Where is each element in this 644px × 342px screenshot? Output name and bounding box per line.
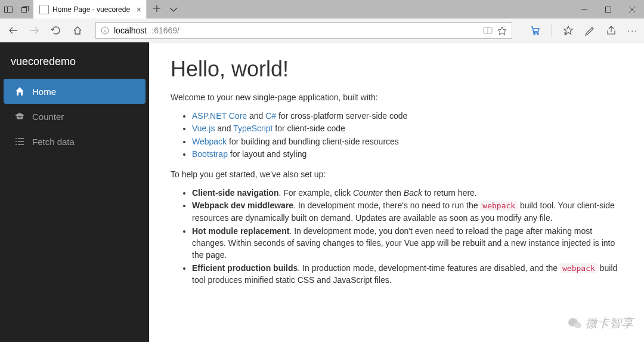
refresh-button[interactable] (49, 23, 63, 38)
svg-rect-1 (5, 7, 8, 12)
sidebar-item-fetchdata[interactable]: Fetch data (4, 129, 145, 154)
close-tab-icon[interactable]: × (137, 5, 141, 14)
list-icon (14, 136, 25, 147)
svg-point-9 (574, 322, 581, 328)
forward-button[interactable] (27, 23, 42, 38)
favorites-list-icon[interactable] (563, 25, 574, 36)
back-button[interactable] (6, 23, 20, 38)
browser-tab[interactable]: Home Page - vuecorede × (33, 0, 147, 19)
url-input[interactable]: localhost:61669/ (95, 22, 512, 39)
code-webpack: webpack (480, 201, 518, 211)
page-heading: Hello, world! (171, 57, 623, 82)
new-tab-button[interactable] (153, 4, 161, 14)
sidebar-item-counter[interactable]: Counter (4, 104, 145, 129)
code-webpack: webpack (560, 263, 597, 273)
home-icon (14, 86, 25, 97)
window-titlebar: Home Page - vuecorede × (0, 0, 644, 19)
link-typescript[interactable]: TypeScript (233, 124, 273, 133)
share-icon[interactable] (606, 25, 617, 36)
watermark: 微卡智享 (568, 315, 633, 331)
svg-rect-3 (606, 7, 611, 12)
tab-favicon (39, 5, 49, 14)
svg-point-6 (534, 33, 535, 35)
link-webpack[interactable]: Webpack (192, 137, 227, 146)
features-list: Client-side navigation. For example, cli… (192, 187, 623, 286)
close-window-button[interactable] (620, 0, 644, 19)
tab-title: Home Page - vuecorede (52, 5, 130, 14)
info-icon (101, 26, 109, 35)
notes-icon[interactable] (584, 25, 595, 36)
url-rest: :61669/ (151, 26, 179, 35)
app-sidebar: vuecoredemo Home Counter Fetch data (0, 42, 149, 342)
svg-point-7 (537, 33, 538, 35)
wechat-icon (568, 317, 582, 330)
address-bar: localhost:61669/ ··· (0, 19, 644, 42)
sidebar-item-label: Counter (32, 112, 64, 122)
app-brand: vuecoredemo (0, 47, 149, 79)
more-icon[interactable]: ··· (627, 26, 638, 35)
link-vue[interactable]: Vue.js (192, 124, 215, 133)
favorite-icon[interactable] (497, 26, 507, 35)
sidebar-item-label: Home (32, 87, 56, 97)
main-content: Hello, world! Welcome to your new single… (149, 42, 644, 342)
url-host: localhost (114, 26, 147, 35)
shopping-icon[interactable] (529, 24, 541, 36)
sidebar-item-home[interactable]: Home (4, 79, 145, 104)
sidebar-item-label: Fetch data (32, 137, 75, 147)
link-aspnet[interactable]: ASP.NET Core (192, 111, 247, 121)
minimize-button[interactable] (572, 0, 596, 19)
help-intro: To help you get started, we've also set … (171, 168, 623, 181)
link-csharp[interactable]: C# (265, 111, 276, 121)
recent-tabs-icon[interactable] (17, 0, 33, 19)
graduation-cap-icon (14, 111, 25, 122)
tech-list: ASP.NET Core and C# for cross-platform s… (192, 110, 623, 160)
svg-rect-0 (5, 7, 13, 12)
maximize-button[interactable] (596, 0, 620, 19)
intro-text: Welcome to your new single-page applicat… (171, 91, 623, 104)
sidebar-toggle-icon[interactable] (0, 0, 17, 19)
link-bootstrap[interactable]: Bootstrap (192, 149, 228, 159)
home-button[interactable] (70, 23, 85, 38)
tab-actions-icon[interactable] (169, 5, 178, 14)
svg-rect-2 (22, 7, 27, 12)
reading-view-icon[interactable] (483, 26, 493, 35)
